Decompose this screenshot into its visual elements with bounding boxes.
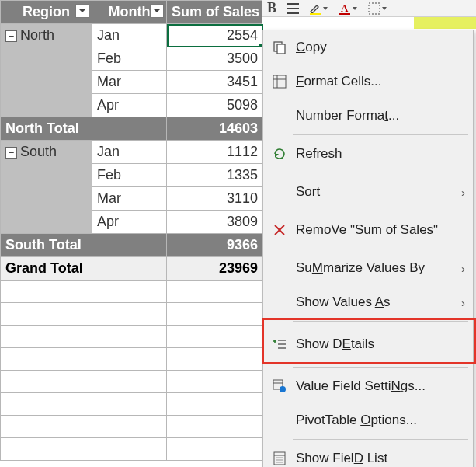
table-cell[interactable]: 1335	[167, 164, 263, 187]
svg-rect-6	[369, 3, 380, 14]
table-cell[interactable]: Feb	[92, 47, 167, 71]
empty-cell[interactable]	[1, 416, 92, 438]
chevron-down-icon	[78, 7, 86, 15]
field-settings-icon	[263, 379, 296, 393]
empty-cell[interactable]	[1, 348, 92, 371]
header-sales-label: Sum of Sales	[172, 4, 259, 19]
empty-cell[interactable]	[92, 438, 167, 461]
empty-cell[interactable]	[167, 416, 263, 438]
filter-dropdown-month[interactable]	[150, 4, 164, 18]
header-sales[interactable]: Sum of Sales	[167, 1, 263, 24]
menu-label: Copy	[296, 40, 451, 55]
refresh-icon	[263, 147, 296, 161]
subtotal-label[interactable]: North Total	[1, 117, 167, 141]
cell-value: 2554	[227, 27, 258, 43]
svg-rect-3	[310, 13, 321, 15]
empty-cell[interactable]	[167, 326, 263, 348]
menu-remove[interactable]: RemoVe "Sum of Sales"	[263, 213, 473, 247]
svg-rect-0	[287, 8, 299, 9]
menu-show-field-list[interactable]: Show FielD List	[263, 441, 473, 467]
table-cell[interactable]: 1112	[167, 141, 263, 164]
table-cell[interactable]: Jan	[92, 24, 167, 47]
menu-refresh[interactable]: Refresh	[263, 137, 473, 171]
empty-cell[interactable]	[167, 393, 263, 416]
table-cell[interactable]: 5098	[167, 94, 263, 117]
empty-cell[interactable]	[92, 393, 167, 416]
empty-cell[interactable]	[92, 326, 167, 348]
empty-cell[interactable]	[92, 348, 167, 371]
collapse-icon[interactable]: −	[5, 30, 17, 42]
menu-separator	[293, 439, 468, 440]
menu-separator	[293, 367, 468, 368]
menu-number-format[interactable]: Number Format...	[263, 99, 473, 133]
table-cell[interactable]: 3110	[167, 187, 263, 211]
table-cell[interactable]: 3809	[167, 211, 263, 234]
menu-separator	[293, 249, 468, 249]
table-cell[interactable]: Apr	[92, 211, 167, 234]
empty-cell[interactable]	[92, 416, 167, 438]
table-cell[interactable]: 3500	[167, 47, 263, 71]
copy-icon	[263, 40, 296, 54]
table-cell[interactable]: Mar	[92, 71, 167, 94]
region-south[interactable]: −South	[1, 141, 92, 234]
empty-cell[interactable]	[1, 438, 92, 461]
empty-cell[interactable]	[1, 371, 92, 393]
table-cell-selected[interactable]: 2554	[167, 24, 263, 47]
menu-label: Format Cells...	[296, 74, 451, 89]
header-region[interactable]: Region	[1, 1, 92, 24]
collapse-icon[interactable]: −	[5, 147, 17, 159]
table-cell[interactable]: 3451	[167, 71, 263, 94]
menu-sort[interactable]: Sort ›	[263, 175, 473, 209]
empty-cell[interactable]	[1, 326, 92, 348]
table-cell[interactable]: Feb	[92, 164, 167, 187]
menu-format-cells[interactable]: Format Cells...	[263, 64, 473, 99]
context-menu: Copy Format Cells... Number Format... Re…	[262, 30, 474, 467]
filter-dropdown-region[interactable]	[75, 4, 89, 18]
menu-show-values-as[interactable]: Show Values As ›	[263, 285, 473, 319]
borders-button[interactable]	[368, 2, 387, 15]
subtotal-row-north: North Total 14603	[1, 117, 263, 141]
empty-cell[interactable]	[92, 303, 167, 326]
border-icon[interactable]	[287, 3, 299, 14]
grand-total-label[interactable]: Grand Total	[1, 257, 167, 281]
menu-summarize-values-by[interactable]: SuMmarize Values By ›	[263, 251, 473, 285]
svg-rect-1	[287, 3, 299, 5]
empty-cell[interactable]	[167, 303, 263, 326]
subtotal-label[interactable]: South Total	[1, 234, 167, 257]
accent-cell	[414, 17, 476, 29]
table-cell[interactable]: Apr	[92, 94, 167, 117]
highlight-color-button[interactable]	[309, 2, 328, 15]
empty-cell[interactable]	[1, 393, 92, 416]
svg-rect-9	[273, 75, 286, 88]
menu-separator	[293, 321, 468, 322]
empty-cell[interactable]	[1, 303, 92, 326]
menu-pivottable-options[interactable]: PivotTable Options...	[263, 403, 473, 437]
menu-show-details[interactable]: Show DEtails	[263, 323, 473, 365]
empty-cell[interactable]	[167, 438, 263, 461]
table-cell[interactable]: Mar	[92, 187, 167, 211]
font-color-button[interactable]: A	[339, 2, 358, 15]
empty-cell[interactable]	[167, 281, 263, 303]
table-cell[interactable]: Jan	[92, 141, 167, 164]
empty-cell[interactable]	[92, 281, 167, 303]
empty-cell[interactable]	[1, 281, 92, 303]
empty-cell[interactable]	[167, 348, 263, 371]
header-month[interactable]: Month	[92, 1, 167, 24]
menu-label: Refresh	[296, 146, 451, 162]
subtotal-value[interactable]: 14603	[167, 117, 263, 141]
menu-value-field-settings[interactable]: Value Field SettiNgs...	[263, 369, 473, 403]
svg-rect-5	[339, 13, 350, 15]
field-list-icon	[263, 451, 296, 465]
menu-copy[interactable]: Copy	[263, 30, 473, 64]
empty-cell[interactable]	[92, 371, 167, 393]
bold-button[interactable]: B	[267, 0, 276, 16]
subtotal-value[interactable]: 9366	[167, 234, 263, 257]
submenu-arrow-icon: ›	[451, 262, 465, 275]
empty-cell[interactable]	[167, 371, 263, 393]
menu-label: SuMmarize Values By	[296, 260, 451, 276]
menu-label: Number Format...	[296, 108, 451, 124]
svg-point-21	[280, 386, 286, 392]
grand-total-value[interactable]: 23969	[167, 257, 263, 281]
format-cells-icon	[263, 75, 296, 89]
region-north[interactable]: −North	[1, 24, 92, 117]
